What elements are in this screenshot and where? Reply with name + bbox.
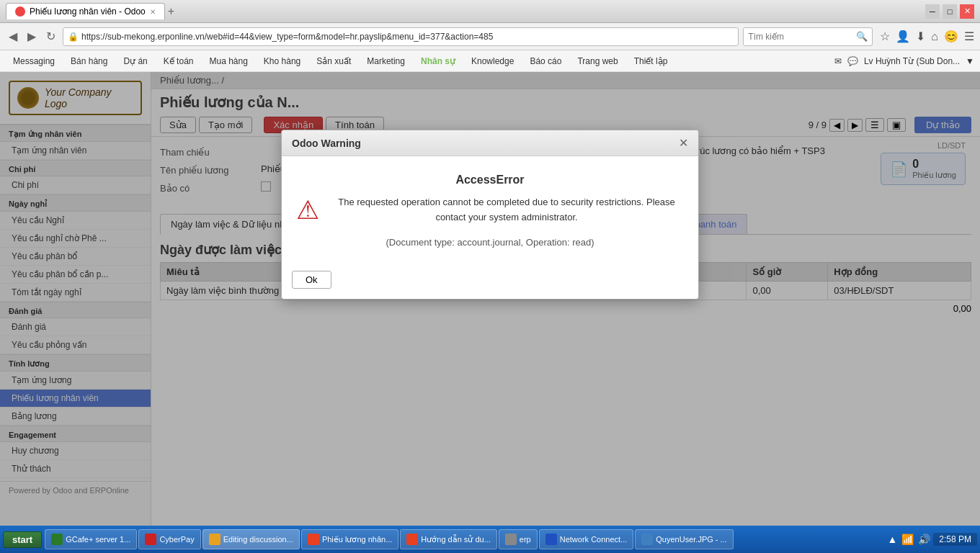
taskbar-cyberpay[interactable]: CyberPay xyxy=(138,529,200,549)
taskbar-network-label: Network Connect... xyxy=(560,535,628,544)
menu-knowledge[interactable]: Knowledge xyxy=(464,53,521,69)
menu-du-an[interactable]: Dự án xyxy=(116,53,154,69)
menu-san-xuat[interactable]: Sản xuất xyxy=(309,53,358,69)
quyen-user-icon xyxy=(641,534,653,545)
taskbar-cyberpay-label: CyberPay xyxy=(159,535,194,544)
menu-ke-toan[interactable]: Kế toán xyxy=(156,53,201,69)
search-input[interactable] xyxy=(748,32,856,42)
tab-favicon xyxy=(15,6,25,17)
menu-messaging[interactable]: Messaging xyxy=(6,53,62,69)
dialog-footer: Ok xyxy=(282,265,698,299)
new-tab-button[interactable]: + xyxy=(168,5,174,18)
address-input[interactable] xyxy=(81,32,734,42)
home-icon[interactable]: ⌂ xyxy=(931,30,938,43)
taskbar-erp-label: erp xyxy=(520,535,531,544)
app-menubar: Messaging Bán hàng Dự án Kế toán Mua hàn… xyxy=(0,50,980,72)
user-display[interactable]: Lv Huỳnh Từ (Sub Don... xyxy=(864,56,960,66)
dialog-error-row: ⚠ The requested operation cannot be comp… xyxy=(296,195,684,225)
forward-button[interactable]: ▶ xyxy=(24,28,39,45)
lock-icon: 🔒 xyxy=(68,32,79,42)
menu-marketing[interactable]: Marketing xyxy=(360,53,412,69)
ok-button[interactable]: Ok xyxy=(292,271,331,289)
cyberpay-icon xyxy=(145,534,156,545)
browser-tab[interactable]: Phiếu lương nhân viên - Odoo ✕ xyxy=(6,3,165,19)
phieu-luong-icon xyxy=(308,534,319,545)
user-menu: ✉ 💬 Lv Huỳnh Từ (Sub Don... ▼ xyxy=(834,56,974,66)
error-detail: (Document type: account.journal, Operati… xyxy=(296,237,684,248)
menu-mua-hang[interactable]: Mua hàng xyxy=(202,53,254,69)
address-bar: ◀ ▶ ↻ 🔒 🔍 ☆ 👤 ⬇ ⌂ 😊 ☰ xyxy=(0,23,980,50)
gcafe-icon xyxy=(51,534,63,545)
taskbar-huong-dan-label: Hướng dẫn sử du... xyxy=(421,535,491,544)
erp-icon xyxy=(505,534,517,545)
profile-icon[interactable]: 😊 xyxy=(944,30,958,43)
menu-trang-web[interactable]: Trang web xyxy=(570,53,625,69)
search-box: 🔍 xyxy=(743,27,873,46)
menu-kho-hang[interactable]: Kho hàng xyxy=(257,53,308,69)
dialog-header: Odoo Warning ✕ xyxy=(282,130,698,156)
address-box: 🔒 xyxy=(63,27,739,46)
error-message: The requested operation cannot be comple… xyxy=(329,195,684,225)
taskbar-editing-label: Editing discussion... xyxy=(223,535,293,544)
dialog-title: Odoo Warning xyxy=(292,138,679,149)
dialog-close-button[interactable]: ✕ xyxy=(679,136,688,150)
maximize-button[interactable]: □ xyxy=(943,4,957,19)
taskbar: start GCafe+ server 1... CyberPay Editin… xyxy=(0,526,980,553)
window-controls: ─ □ ✕ xyxy=(925,4,974,19)
warning-dialog: Odoo Warning ✕ AccessError ⚠ The request… xyxy=(281,130,699,300)
dialog-body: AccessError ⚠ The requested operation ca… xyxy=(282,156,698,265)
start-button[interactable]: start xyxy=(3,531,42,548)
close-button[interactable]: ✕ xyxy=(960,4,974,19)
browser-titlebar: Phiếu lương nhân viên - Odoo ✕ + ─ □ ✕ xyxy=(0,0,980,23)
search-icon: 🔍 xyxy=(856,31,868,42)
user-dropdown-icon[interactable]: ▼ xyxy=(966,56,974,66)
tab-close[interactable]: ✕ xyxy=(150,8,156,16)
taskbar-phieu-luong[interactable]: Phiếu lương nhân... xyxy=(301,529,398,549)
tray-sound-icon: 🔊 xyxy=(918,534,930,545)
taskbar-gcafe[interactable]: GCafe+ server 1... xyxy=(45,529,137,549)
taskbar-quyen-user-label: QuyenUser.JPG - ... xyxy=(656,535,726,544)
tray-network-icon: 📶 xyxy=(901,534,914,545)
taskbar-network[interactable]: Network Connect... xyxy=(539,529,634,549)
back-button[interactable]: ◀ xyxy=(6,28,20,45)
system-tray: ▲ 📶 🔊 xyxy=(887,534,930,545)
taskbar-erp[interactable]: erp xyxy=(499,529,538,549)
error-content: The requested operation cannot be comple… xyxy=(329,195,684,225)
bookmark-star-icon[interactable]: ☆ xyxy=(880,30,890,43)
menu-thiet-lap[interactable]: Thiết lập xyxy=(627,53,675,69)
warning-icon: ⚠ xyxy=(296,195,319,225)
reload-button[interactable]: ↻ xyxy=(43,28,58,45)
menu-bao-cao[interactable]: Báo cáo xyxy=(522,53,569,69)
editing-icon xyxy=(209,534,220,545)
download-icon[interactable]: ⬇ xyxy=(916,30,925,43)
user-icon[interactable]: 👤 xyxy=(896,30,910,43)
minimize-button[interactable]: ─ xyxy=(925,4,940,19)
dialog-overlay: Odoo Warning ✕ AccessError ⚠ The request… xyxy=(0,72,980,553)
chat-icon[interactable]: 💬 xyxy=(847,56,858,66)
taskbar-huong-dan[interactable]: Hướng dẫn sử du... xyxy=(400,529,497,549)
taskbar-phieu-luong-label: Phiếu lương nhân... xyxy=(322,535,392,544)
menu-nhan-su[interactable]: Nhân sự xyxy=(414,53,463,69)
taskbar-editing[interactable]: Editing discussion... xyxy=(202,529,300,549)
network-icon xyxy=(545,534,557,545)
tab-title: Phiếu lương nhân viên - Odoo xyxy=(30,6,146,17)
taskbar-quyen-user[interactable]: QuyenUser.JPG - ... xyxy=(635,529,733,549)
browser-icons: ☆ 👤 ⬇ ⌂ 😊 ☰ xyxy=(880,30,974,43)
error-title: AccessError xyxy=(296,174,684,186)
menu-icon[interactable]: ☰ xyxy=(964,30,974,43)
menu-ban-hang[interactable]: Bán hàng xyxy=(63,53,115,69)
taskbar-gcafe-label: GCafe+ server 1... xyxy=(66,535,130,544)
mail-icon[interactable]: ✉ xyxy=(834,56,842,66)
taskbar-clock: 2:58 PM xyxy=(933,533,977,546)
tray-icon-1: ▲ xyxy=(887,534,897,545)
huong-dan-icon xyxy=(406,534,418,545)
